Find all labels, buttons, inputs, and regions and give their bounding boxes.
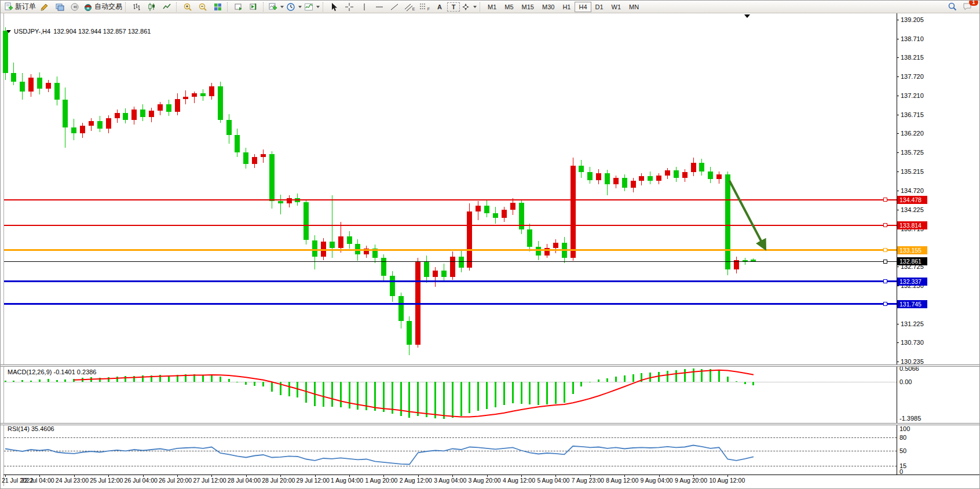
text-label-tool-button[interactable]: T bbox=[447, 2, 460, 12]
new-chart-button[interactable] bbox=[267, 1, 285, 12]
zoom-in-button[interactable] bbox=[180, 1, 195, 12]
tile-windows-icon bbox=[213, 2, 222, 12]
price-level-line[interactable] bbox=[4, 225, 897, 226]
price-level-tag[interactable]: 132.337 bbox=[897, 278, 927, 286]
chart-title: USDJPY-,H4 132.904 132.944 132.857 132.8… bbox=[6, 28, 151, 35]
candle bbox=[218, 86, 223, 120]
metaeditor-button[interactable] bbox=[52, 1, 67, 12]
auto-trading-button[interactable]: 自动交易 bbox=[82, 1, 123, 12]
price-level-line[interactable] bbox=[4, 199, 897, 200]
periods-dropdown-caret[interactable] bbox=[298, 6, 302, 8]
rsi-level-line bbox=[4, 466, 897, 466]
line-drag-handle[interactable] bbox=[883, 302, 887, 306]
bar-chart-button[interactable] bbox=[129, 1, 144, 12]
candle bbox=[484, 206, 489, 213]
price-tick-mark bbox=[897, 362, 899, 362]
candle bbox=[596, 173, 601, 180]
time-tick-label: 22 Jul 04:00 bbox=[21, 477, 54, 484]
price-level-line[interactable] bbox=[4, 280, 897, 282]
candle bbox=[226, 120, 232, 135]
price-level-tag[interactable]: 134.478 bbox=[897, 196, 927, 204]
trend-line-icon bbox=[390, 2, 399, 12]
new-chart-icon bbox=[268, 2, 277, 12]
line-drag-handle[interactable] bbox=[883, 223, 887, 227]
line-drag-handle[interactable] bbox=[883, 248, 887, 252]
candle bbox=[527, 229, 532, 247]
candle bbox=[54, 83, 60, 100]
timeframe-m30-button[interactable]: M30 bbox=[538, 2, 558, 12]
macd-axis-label: -1.3985 bbox=[899, 415, 921, 422]
timeframe-mn-button[interactable]: MN bbox=[625, 2, 643, 12]
tile-windows-button[interactable] bbox=[210, 1, 225, 12]
line-drag-handle[interactable] bbox=[883, 198, 887, 202]
time-tick-label: 7 Aug 23:00 bbox=[572, 477, 604, 484]
candle bbox=[622, 178, 627, 187]
chart-shift-button[interactable] bbox=[246, 1, 261, 12]
chart-shift-marker-icon[interactable] bbox=[744, 14, 750, 18]
candle bbox=[303, 202, 309, 240]
equidistant-channel-tool-button[interactable]: E bbox=[402, 1, 417, 12]
arrow-objects-button[interactable] bbox=[460, 1, 478, 12]
price-level-line[interactable] bbox=[4, 249, 897, 251]
toolbar-separator bbox=[263, 2, 265, 12]
macd-histogram-bar bbox=[5, 381, 6, 382]
line-drag-handle[interactable] bbox=[883, 279, 887, 283]
macd-histogram-bar bbox=[529, 382, 531, 404]
line-chart-button[interactable] bbox=[159, 1, 174, 12]
indicators-button[interactable] bbox=[303, 1, 321, 12]
ohlc-dropdown-icon[interactable] bbox=[6, 30, 11, 33]
rsi-pane-splitter[interactable] bbox=[1, 423, 979, 425]
timeframe-m5-button[interactable]: M5 bbox=[500, 2, 517, 12]
timeframe-h4-button[interactable]: H4 bbox=[575, 2, 591, 12]
candle bbox=[149, 111, 154, 117]
timeframe-h1-button[interactable]: H1 bbox=[558, 2, 575, 12]
price-level-tag[interactable]: 133.814 bbox=[897, 221, 927, 229]
timeframe-w1-button[interactable]: W1 bbox=[608, 2, 626, 12]
styler-button[interactable] bbox=[37, 1, 52, 12]
price-level-line[interactable] bbox=[4, 303, 897, 305]
price-level-tag[interactable]: 131.745 bbox=[897, 300, 927, 308]
macd-histogram-bar bbox=[271, 382, 273, 392]
search-button[interactable] bbox=[945, 1, 960, 12]
price-level-tag[interactable]: 133.155 bbox=[897, 246, 927, 254]
vertical-line-tool-button[interactable] bbox=[357, 1, 372, 12]
zoom-out-button[interactable] bbox=[195, 1, 210, 12]
price-level-line[interactable] bbox=[4, 261, 897, 262]
trend-arrow-annotation[interactable] bbox=[729, 181, 765, 248]
chart-window[interactable]: USDJPY-,H4 132.904 132.944 132.857 132.8… bbox=[1, 13, 979, 488]
timeframe-d1-button[interactable]: D1 bbox=[591, 2, 608, 12]
periods-button[interactable] bbox=[285, 1, 303, 12]
fibonacci-tool-button[interactable]: F bbox=[417, 1, 432, 12]
price-tick-label: 139.205 bbox=[901, 16, 924, 23]
timeframe-m1-button[interactable]: M1 bbox=[484, 2, 500, 12]
price-level-tag[interactable]: 132.861 bbox=[897, 257, 927, 265]
macd-histogram-bar bbox=[331, 382, 333, 407]
macd-histogram-bar bbox=[495, 382, 496, 407]
price-tick-label: 137.720 bbox=[901, 73, 924, 80]
new-chart-dropdown-caret[interactable] bbox=[280, 6, 284, 8]
indicators-dropdown-caret[interactable] bbox=[316, 6, 320, 8]
notifications-button[interactable]: 1 bbox=[960, 1, 975, 12]
arrow-objects-dropdown-caret[interactable] bbox=[473, 6, 477, 8]
toolbar-separator bbox=[227, 2, 229, 12]
macd-pane-splitter[interactable] bbox=[1, 364, 979, 367]
text-tool-button[interactable]: A bbox=[432, 1, 447, 12]
trend-line-tool-button[interactable] bbox=[387, 1, 402, 12]
horizontal-line-tool-button[interactable] bbox=[372, 1, 387, 12]
new-order-button[interactable]: 新订单 bbox=[3, 1, 37, 12]
price-tick-mark bbox=[897, 342, 899, 343]
crosshair-tool-button[interactable] bbox=[342, 1, 357, 12]
line-drag-handle[interactable] bbox=[883, 260, 887, 264]
candle bbox=[278, 201, 283, 204]
cursor-tool-button[interactable] bbox=[327, 1, 342, 12]
macd-histogram-bar bbox=[392, 382, 393, 414]
auto-trading-label: 自动交易 bbox=[94, 2, 122, 12]
fibonacci-subscript: F bbox=[427, 7, 430, 11]
auto-scroll-button[interactable] bbox=[231, 1, 246, 12]
candlestick-chart-button[interactable] bbox=[144, 1, 159, 12]
macd-histogram-bar bbox=[408, 382, 410, 418]
candle bbox=[450, 257, 455, 277]
candle bbox=[716, 174, 722, 180]
timeframe-m15-button[interactable]: M15 bbox=[518, 2, 538, 12]
signals-button[interactable] bbox=[67, 1, 82, 12]
